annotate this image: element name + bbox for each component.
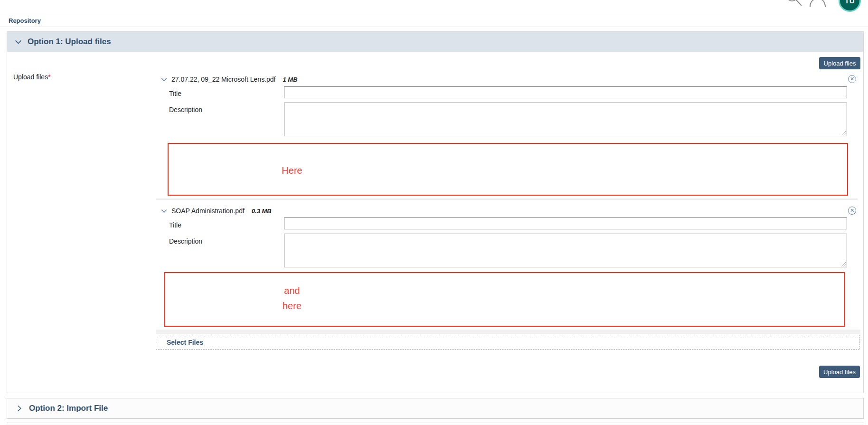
file-size: 0.3 MB [252, 208, 272, 215]
annotation-text-2: and here [264, 283, 321, 313]
upload-section-header[interactable]: Option 1: Upload files [7, 32, 863, 52]
upload-files-field-label: Upload files* [13, 73, 51, 81]
dropzone-top-strip [156, 330, 860, 334]
annotation-text-2-line1: and [264, 283, 321, 298]
chevron-down-icon[interactable] [160, 208, 168, 215]
description-textarea[interactable] [284, 234, 847, 267]
upload-section-title: Option 1: Upload files [28, 37, 111, 47]
remove-file-button[interactable]: ✕ [848, 75, 856, 83]
chevron-right-icon [16, 405, 23, 412]
chevron-down-icon [14, 38, 22, 46]
title-input[interactable] [284, 217, 847, 229]
remove-file-button[interactable]: ✕ [848, 207, 856, 215]
required-marker: * [48, 73, 50, 81]
breadcrumb-repository[interactable]: Repository [9, 17, 41, 24]
file-entry-header-1: 27.07.22, 09_22 Microsoft Lens.pdf 1 MB [160, 75, 298, 84]
next-section-edge [7, 423, 864, 425]
search-icon[interactable] [784, 0, 803, 8]
annotation-text-1: Here [264, 163, 321, 178]
select-files-dropzone[interactable]: Select Files [156, 335, 859, 349]
description-textarea[interactable] [284, 103, 847, 136]
upload-files-field-label-text: Upload files [13, 73, 48, 81]
import-section-header[interactable]: Option 2: Import File [7, 398, 864, 419]
description-label: Description [169, 237, 202, 245]
file-name: 27.07.22, 09_22 Microsoft Lens.pdf [171, 76, 275, 83]
title-label: Title [169, 221, 181, 229]
import-section-title: Option 2: Import File [29, 404, 108, 413]
select-files-label: Select Files [167, 339, 203, 346]
title-label: Title [169, 90, 181, 97]
user-icon[interactable] [807, 0, 828, 8]
avatar-initials: TU [845, 0, 855, 5]
page: TU Repository Option 1: Upload files Upl… [0, 0, 868, 425]
upload-files-button-top[interactable]: Upload files [819, 57, 860, 69]
title-input[interactable] [284, 86, 847, 98]
file-size: 1 MB [283, 76, 297, 83]
file-separator [156, 198, 858, 200]
breadcrumb: Repository [0, 14, 868, 27]
file-entry-header-2: SOAP Administration.pdf 0.3 MB [160, 206, 272, 216]
upload-files-button-bottom[interactable]: Upload files [819, 366, 860, 378]
chevron-down-icon[interactable] [160, 76, 168, 83]
description-label: Description [169, 106, 202, 113]
annotation-text-2-line2: here [264, 298, 321, 313]
file-name: SOAP Administration.pdf [171, 207, 245, 215]
avatar[interactable]: TU [839, 0, 861, 12]
